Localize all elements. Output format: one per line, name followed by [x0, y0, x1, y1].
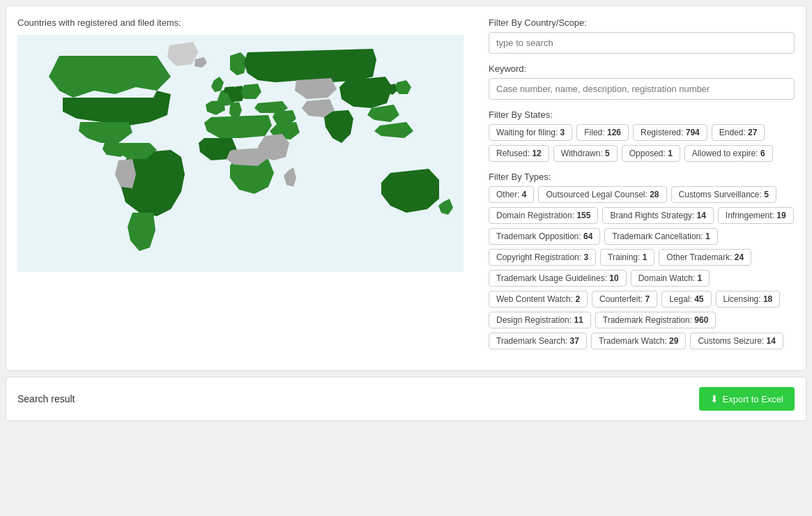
type-tag[interactable]: Infringement: 19 [718, 207, 794, 224]
keyword-filter: Keyword: [489, 63, 795, 100]
type-tag[interactable]: Trademark Search: 37 [489, 333, 587, 349]
right-panel: Filter By Country/Scope: Keyword: Filter… [489, 17, 795, 359]
state-tag[interactable]: Opposed: 1 [622, 145, 680, 162]
country-scope-filter: Filter By Country/Scope: [489, 17, 795, 54]
type-tag[interactable]: Training: 1 [600, 249, 654, 266]
left-panel: Countries with registered and filed item… [17, 17, 477, 359]
state-tag[interactable]: Allowed to expire: 6 [684, 145, 773, 162]
state-tag[interactable]: Filed: 126 [576, 124, 629, 141]
type-tag[interactable]: Trademark Registration: 960 [595, 312, 717, 328]
keyword-label: Keyword: [489, 63, 795, 74]
world-map [17, 35, 464, 272]
map-title: Countries with registered and filed item… [17, 17, 477, 28]
type-tag[interactable]: Counterfeit: 7 [592, 291, 657, 308]
type-tag[interactable]: Licensing: 18 [716, 291, 781, 308]
types-tags: Other: 4Outsourced Legal Counsel: 28Cust… [489, 186, 795, 349]
country-scope-input[interactable] [489, 32, 795, 54]
types-label: Filter By Types: [489, 172, 795, 182]
type-tag[interactable]: Legal: 45 [661, 291, 711, 308]
type-tag[interactable]: Design Registration: 11 [489, 312, 591, 328]
type-tag[interactable]: Domain Registration: 155 [489, 207, 598, 224]
keyword-input[interactable] [489, 78, 795, 100]
type-tag[interactable]: Trademark Usage Guidelines: 10 [489, 270, 627, 287]
type-tag[interactable]: Copyright Registration: 3 [489, 249, 596, 266]
state-tag[interactable]: Ended: 27 [712, 124, 765, 141]
type-tag[interactable]: Customs Surveillance: 5 [671, 186, 776, 203]
export-button-label: Export to Excel [723, 394, 783, 404]
states-label: Filter By States: [489, 109, 795, 120]
north-africa [204, 115, 272, 138]
main-panel: Countries with registered and filed item… [6, 6, 806, 371]
search-result-label: Search result [17, 393, 75, 404]
export-button[interactable]: ⬇ Export to Excel [699, 387, 795, 411]
type-tag[interactable]: Other: 4 [489, 186, 534, 203]
state-tag[interactable]: Withdrawn: 5 [553, 145, 618, 162]
central-africa [227, 148, 267, 166]
russia [244, 49, 376, 82]
state-tag[interactable]: Registered: 794 [633, 124, 707, 141]
type-tag[interactable]: Outsourced Legal Counsel: 28 [538, 186, 666, 203]
export-icon: ⬇ [710, 393, 719, 404]
country-scope-label: Filter By Country/Scope: [489, 17, 795, 28]
type-tag[interactable]: Other Trademark: 24 [659, 249, 751, 266]
type-tag[interactable]: Domain Watch: 1 [631, 270, 710, 287]
map-container [17, 35, 464, 272]
outer-container: Countries with registered and filed item… [0, 6, 812, 421]
bottom-bar: Search result ⬇ Export to Excel [6, 377, 806, 421]
states-tags: Waiting for filing: 3Filed: 126Registere… [489, 124, 795, 162]
state-tag[interactable]: Waiting for filing: 3 [489, 124, 572, 141]
type-tag[interactable]: Web Content Watch: 2 [489, 291, 588, 308]
type-tag[interactable]: Brand Rights Strategy: 14 [602, 207, 713, 224]
type-tag[interactable]: Trademark Cancellation: 1 [604, 228, 717, 245]
type-tag[interactable]: Trademark Watch: 29 [591, 333, 687, 349]
type-tag[interactable]: Customs Seizure: 14 [690, 333, 783, 349]
types-filter: Filter By Types: Other: 4Outsourced Lega… [489, 172, 795, 349]
states-filter: Filter By States: Waiting for filing: 3F… [489, 109, 795, 162]
state-tag[interactable]: Refused: 12 [489, 145, 549, 162]
type-tag[interactable]: Trademark Opposition: 64 [489, 228, 600, 245]
